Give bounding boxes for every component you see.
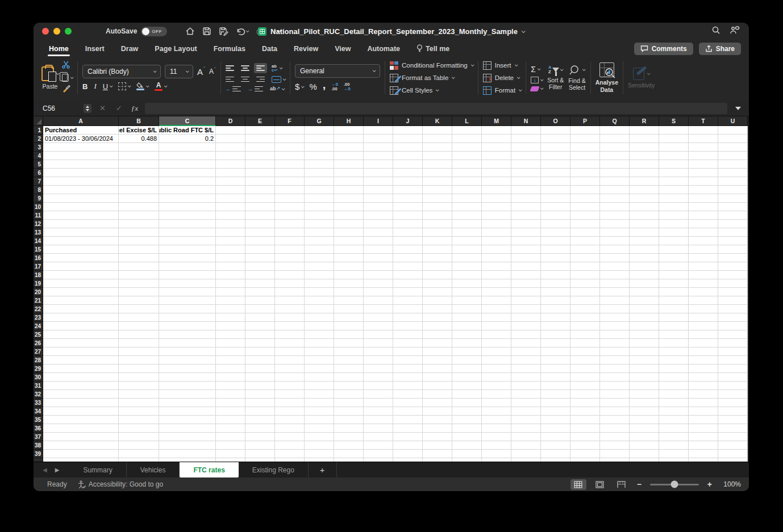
cell-I17[interactable]: [364, 262, 393, 271]
cell-H22[interactable]: [334, 305, 364, 313]
cell-B31[interactable]: [119, 382, 159, 390]
cell-N30[interactable]: [511, 373, 541, 382]
cell-A21[interactable]: [43, 296, 119, 305]
cell-T26[interactable]: [689, 339, 718, 347]
cell-I8[interactable]: [364, 186, 393, 194]
cell-J28[interactable]: [393, 356, 423, 365]
cell-H10[interactable]: [334, 203, 364, 211]
cell-I25[interactable]: [364, 330, 393, 339]
cell-J8[interactable]: [393, 186, 423, 194]
cell-P5[interactable]: [570, 160, 600, 169]
cell-J4[interactable]: [393, 152, 423, 160]
cell-L15[interactable]: [452, 245, 482, 254]
cell-T31[interactable]: [689, 382, 718, 390]
cell-R33[interactable]: [630, 399, 659, 407]
cell-O3[interactable]: [541, 143, 570, 152]
cell-G36[interactable]: [305, 424, 334, 433]
cell-T15[interactable]: [689, 245, 718, 254]
cell-R36[interactable]: [630, 424, 659, 433]
cell-L32[interactable]: [452, 390, 482, 399]
cell-J23[interactable]: [393, 313, 423, 322]
cell-B40[interactable]: [119, 458, 159, 462]
cell-R31[interactable]: [630, 382, 659, 390]
cell-K3[interactable]: [423, 143, 452, 152]
cell-H9[interactable]: [334, 194, 364, 203]
row-header-11[interactable]: 11: [34, 211, 43, 220]
cell-J11[interactable]: [393, 211, 423, 220]
row-header-17[interactable]: 17: [34, 262, 43, 271]
cell-G38[interactable]: [305, 441, 334, 450]
cell-F35[interactable]: [275, 416, 305, 424]
cell-L14[interactable]: [452, 237, 482, 245]
cell-K15[interactable]: [423, 245, 452, 254]
cell-Q19[interactable]: [600, 279, 630, 288]
cell-A23[interactable]: [43, 313, 119, 322]
tab-insert[interactable]: Insert: [84, 41, 106, 56]
cell-Q10[interactable]: [600, 203, 630, 211]
cell-L38[interactable]: [452, 441, 482, 450]
cell-N15[interactable]: [511, 245, 541, 254]
next-sheet-icon[interactable]: ▶: [55, 467, 60, 473]
cell-T7[interactable]: [689, 177, 718, 186]
cell-C6[interactable]: [159, 169, 216, 177]
cell-H8[interactable]: [334, 186, 364, 194]
cell-A6[interactable]: [43, 169, 119, 177]
cell-M18[interactable]: [482, 271, 511, 279]
cell-N27[interactable]: [511, 347, 541, 356]
cell-S30[interactable]: [659, 373, 689, 382]
cell-P37[interactable]: [570, 433, 600, 441]
cell-P14[interactable]: [570, 237, 600, 245]
cell-R6[interactable]: [630, 169, 659, 177]
cell-Q5[interactable]: [600, 160, 630, 169]
cell-O35[interactable]: [541, 416, 570, 424]
cell-A33[interactable]: [43, 399, 119, 407]
cell-G7[interactable]: [305, 177, 334, 186]
align-bottom-button[interactable]: [254, 63, 267, 73]
row-header-6[interactable]: 6: [34, 169, 43, 177]
cell-L40[interactable]: [452, 458, 482, 462]
cell-H24[interactable]: [334, 322, 364, 330]
cell-S15[interactable]: [659, 245, 689, 254]
cell-K29[interactable]: [423, 365, 452, 373]
cell-C2[interactable]: 0.2: [159, 135, 216, 143]
cell-I38[interactable]: [364, 441, 393, 450]
cell-K5[interactable]: [423, 160, 452, 169]
cell-K22[interactable]: [423, 305, 452, 313]
cell-G22[interactable]: [305, 305, 334, 313]
cell-E28[interactable]: [245, 356, 275, 365]
cell-P17[interactable]: [570, 262, 600, 271]
cell-C19[interactable]: [159, 279, 216, 288]
cell-C15[interactable]: [159, 245, 216, 254]
insert-cells-button[interactable]: ← Insert: [483, 61, 521, 70]
cell-L3[interactable]: [452, 143, 482, 152]
cell-S22[interactable]: [659, 305, 689, 313]
cell-S21[interactable]: [659, 296, 689, 305]
cell-G14[interactable]: [305, 237, 334, 245]
zoom-window-button[interactable]: [65, 28, 72, 35]
cell-T19[interactable]: [689, 279, 718, 288]
cell-M29[interactable]: [482, 365, 511, 373]
cell-C31[interactable]: [159, 382, 216, 390]
row-header-34[interactable]: 34: [34, 407, 43, 416]
cell-T2[interactable]: [689, 135, 718, 143]
cell-C28[interactable]: [159, 356, 216, 365]
cell-B30[interactable]: [119, 373, 159, 382]
cell-E3[interactable]: [245, 143, 275, 152]
cell-S28[interactable]: [659, 356, 689, 365]
cell-O8[interactable]: [541, 186, 570, 194]
cell-L7[interactable]: [452, 177, 482, 186]
cell-K25[interactable]: [423, 330, 452, 339]
cell-I37[interactable]: [364, 433, 393, 441]
cell-R24[interactable]: [630, 322, 659, 330]
cell-L27[interactable]: [452, 347, 482, 356]
cell-E5[interactable]: [245, 160, 275, 169]
column-header-I[interactable]: I: [364, 116, 393, 126]
cell-T5[interactable]: [689, 160, 718, 169]
cell-D25[interactable]: [216, 330, 245, 339]
cell-D27[interactable]: [216, 347, 245, 356]
cell-T13[interactable]: [689, 228, 718, 237]
cell-P40[interactable]: [570, 458, 600, 462]
cell-L31[interactable]: [452, 382, 482, 390]
cell-M25[interactable]: [482, 330, 511, 339]
cell-F14[interactable]: [275, 237, 305, 245]
